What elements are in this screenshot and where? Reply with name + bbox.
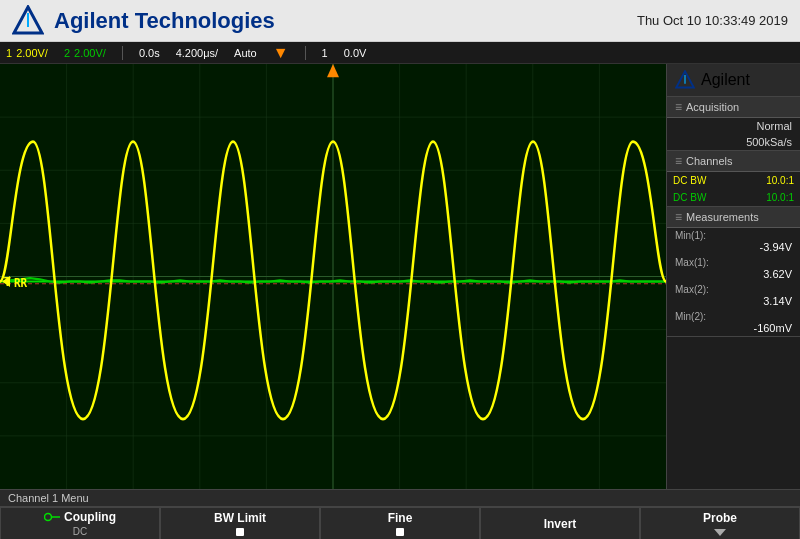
status-divider2 [305,46,306,60]
fine-indicator [396,528,404,536]
trigger-mode: Auto [234,47,257,59]
svg-marker-29 [714,529,726,536]
measurements-section-title: Measurements [667,207,800,228]
svg-point-27 [45,514,52,521]
measurements-section: Measurements Min(1): -3.94V Max(1): 3.62… [667,207,800,337]
invert-button[interactable]: Invert [480,507,640,539]
time-scale: 4.200μs/ [176,47,218,59]
coupling-sub: DC [73,526,87,537]
ch1-coupling-label: DC BW [673,175,706,186]
main-area: T RR Agilent Acquisition Normal 500kSa/s [0,64,800,489]
invert-label: Invert [544,517,577,531]
channel-menu-label: Channel 1 Menu [0,490,800,507]
time-offset: 0.0s [139,47,160,59]
acquisition-mode: Normal [667,118,800,134]
channels-section: Channels DC BW 10.0:1 DC BW 10.0:1 [667,151,800,207]
acquisition-section-title: Acquisition [667,97,800,118]
coupling-icon [44,511,60,523]
agilent-logo-icon [12,5,44,37]
bwlimit-label: BW Limit [214,511,266,525]
acquisition-sample-rate: 500kSa/s [667,134,800,150]
coupling-button[interactable]: Coupling DC [0,507,160,539]
ch2-probe-label: 10.0:1 [766,192,794,203]
trigger-arrow: ▼ [273,44,289,62]
agilent-small-logo [675,70,695,90]
min1-value: -3.94V [667,241,800,255]
fine-label: Fine [388,511,413,525]
ch1-channel-row: DC BW 10.0:1 [667,172,800,189]
max1-value: 3.62V [667,268,800,282]
min2-label: Min(2): [667,309,800,322]
probe-label: Probe [703,511,737,525]
channels-section-title: Channels [667,151,800,172]
min1-label: Min(1): [667,228,800,241]
probe-down-arrow-icon [712,527,728,537]
header: Agilent Technologies Thu Oct 10 10:33:49… [0,0,800,42]
waveform-svg: T RR [0,64,666,489]
coupling-label: Coupling [64,510,116,524]
svg-marker-24 [327,64,339,77]
min2-value: -160mV [667,322,800,336]
ch1-scale-indicator: 1 2.00V/ [6,47,48,59]
right-panel-title: Agilent [701,71,750,89]
status-divider [122,46,123,60]
ch2-coupling-label: DC BW [673,192,706,203]
status-bar: 1 2.00V/ 2 2.00V/ 0.0s 4.200μs/ Auto ▼ 1… [0,42,800,64]
acquisition-section: Acquisition Normal 500kSa/s [667,97,800,151]
max2-value: 3.14V [667,295,800,309]
scope-display: T RR [0,64,666,489]
trigger-channel: 1 [322,47,328,59]
header-left: Agilent Technologies [12,5,275,37]
max2-label: Max(2): [667,282,800,295]
fine-button[interactable]: Fine [320,507,480,539]
trigger-level: 0.0V [344,47,367,59]
probe-button[interactable]: Probe [640,507,800,539]
right-panel: Agilent Acquisition Normal 500kSa/s Chan… [666,64,800,489]
bottom-buttons: Coupling DC BW Limit Fine Invert Probe [0,507,800,539]
bwlimit-indicator [236,528,244,536]
ch2-channel-row: DC BW 10.0:1 [667,189,800,206]
app-title: Agilent Technologies [54,8,275,34]
max1-label: Max(1): [667,255,800,268]
bottom-bar: Channel 1 Menu Coupling DC BW Limit Fine [0,489,800,539]
ch2-scale-indicator: 2 2.00V/ [64,47,106,59]
bwlimit-button[interactable]: BW Limit [160,507,320,539]
svg-text:RR: RR [14,275,27,290]
header-datetime: Thu Oct 10 10:33:49 2019 [637,13,788,28]
ch1-probe-label: 10.0:1 [766,175,794,186]
right-panel-header: Agilent [667,64,800,97]
